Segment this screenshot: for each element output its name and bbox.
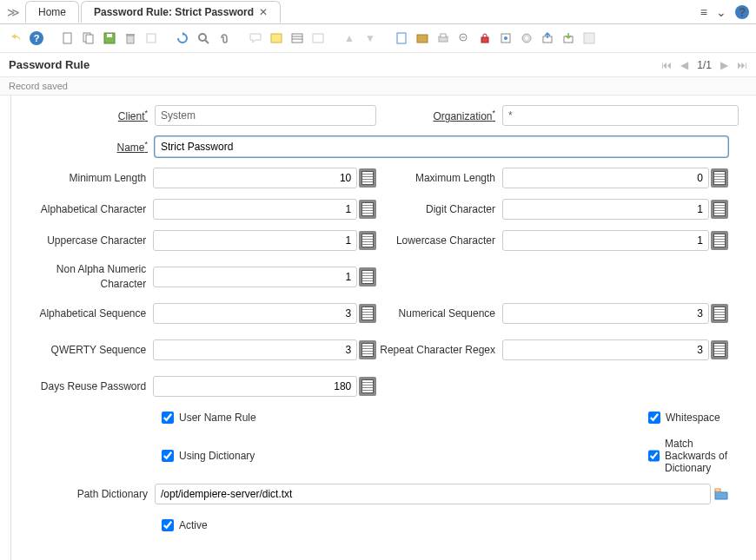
label-pathdict: Path Dictionary bbox=[29, 488, 155, 500]
folder-icon[interactable] bbox=[713, 485, 730, 503]
customize-icon[interactable] bbox=[580, 30, 598, 47]
active-label: Active bbox=[179, 519, 208, 531]
form: Client* Organization* Name* Minimum Leng… bbox=[10, 96, 756, 560]
refresh-icon[interactable] bbox=[174, 30, 191, 47]
svg-rect-0 bbox=[63, 33, 71, 43]
calculator-icon[interactable] bbox=[359, 168, 376, 188]
undo-icon[interactable] bbox=[7, 30, 24, 47]
save-icon[interactable] bbox=[101, 30, 118, 47]
label-reuse: Days Reuse Password bbox=[29, 380, 153, 392]
using-dictionary-label: Using Dictionary bbox=[179, 450, 255, 462]
active-checkbox[interactable]: Active bbox=[162, 519, 208, 531]
grid-icon[interactable] bbox=[288, 30, 306, 47]
non-alpha-numeric-field[interactable] bbox=[153, 267, 357, 287]
report-icon[interactable] bbox=[393, 30, 410, 47]
whitespace-checkbox[interactable]: Whitespace bbox=[648, 412, 720, 424]
lock-icon[interactable] bbox=[476, 30, 494, 47]
calculator-icon[interactable] bbox=[711, 340, 728, 359]
calculator-icon[interactable] bbox=[711, 231, 728, 250]
history-icon[interactable] bbox=[309, 30, 327, 47]
header: Password Rule ⏮ ◀ 1/1 ▶ ⏭ bbox=[0, 53, 756, 76]
lowercase-character-field[interactable] bbox=[502, 230, 709, 251]
delete-icon[interactable] bbox=[122, 30, 139, 47]
label-lower: Lowercase Character bbox=[376, 234, 502, 247]
zoomout-icon[interactable] bbox=[455, 30, 473, 47]
archive-icon[interactable] bbox=[414, 30, 431, 47]
page-title: Password Rule bbox=[9, 58, 90, 71]
import-icon[interactable] bbox=[560, 30, 577, 47]
svg-rect-28 bbox=[584, 33, 594, 43]
help-icon[interactable]: ? bbox=[735, 5, 749, 19]
label-alpha: Alphabetical Character bbox=[29, 203, 153, 215]
client-field[interactable] bbox=[155, 105, 376, 126]
print-icon[interactable] bbox=[434, 30, 452, 47]
using-dictionary-checkbox[interactable]: Using Dictionary bbox=[162, 450, 255, 462]
calculator-icon[interactable] bbox=[359, 377, 376, 396]
attachment-icon[interactable] bbox=[216, 30, 233, 47]
alphabetical-sequence-field[interactable] bbox=[153, 303, 357, 324]
tab-home-label: Home bbox=[38, 6, 66, 18]
menu-icon[interactable]: ≡ bbox=[700, 5, 707, 19]
alphabetical-character-field[interactable] bbox=[153, 199, 357, 220]
last-record-icon[interactable]: ⏭ bbox=[737, 59, 747, 71]
name-field[interactable] bbox=[155, 136, 728, 157]
calculator-icon[interactable] bbox=[711, 304, 728, 323]
label-qwerty: QWERTY Sequence bbox=[29, 344, 153, 356]
days-reuse-password-field[interactable] bbox=[153, 376, 357, 397]
help-toolbar-icon[interactable]: ? bbox=[28, 30, 45, 47]
digit-character-field[interactable] bbox=[502, 199, 709, 220]
whitespace-label: Whitespace bbox=[666, 412, 720, 424]
tab-password-rule[interactable]: Password Rule: Strict Password ✕ bbox=[81, 1, 281, 23]
calculator-icon[interactable] bbox=[359, 267, 376, 287]
calculator-icon[interactable] bbox=[359, 200, 376, 219]
svg-rect-21 bbox=[481, 37, 488, 43]
minimum-length-field[interactable] bbox=[153, 168, 357, 188]
chevron-down-icon[interactable]: ⌄ bbox=[716, 5, 726, 19]
arrow-down-icon[interactable]: ▼ bbox=[361, 30, 379, 47]
repeat-character-field[interactable] bbox=[502, 339, 709, 360]
user-name-rule-label: User Name Rule bbox=[179, 412, 256, 424]
page-indicator: 1/1 bbox=[697, 59, 712, 71]
svg-rect-29 bbox=[715, 489, 720, 491]
new-icon[interactable] bbox=[59, 30, 76, 47]
search-icon[interactable] bbox=[195, 30, 212, 47]
svg-rect-2 bbox=[86, 35, 93, 43]
calculator-icon[interactable] bbox=[711, 168, 728, 188]
process-icon[interactable] bbox=[497, 30, 514, 47]
copy-icon[interactable] bbox=[80, 30, 97, 47]
match-backwards-checkbox[interactable]: Match Backwards of Dictionary bbox=[648, 438, 739, 474]
expand-icon[interactable]: ≫ bbox=[7, 5, 20, 19]
uppercase-character-field[interactable] bbox=[153, 230, 357, 251]
prev-record-icon[interactable]: ◀ bbox=[680, 59, 688, 71]
export-icon[interactable] bbox=[539, 30, 556, 47]
svg-rect-11 bbox=[292, 34, 302, 43]
svg-point-23 bbox=[504, 36, 507, 40]
chat-icon[interactable] bbox=[247, 30, 264, 47]
calculator-icon[interactable] bbox=[359, 304, 376, 323]
calculator-icon[interactable] bbox=[359, 231, 376, 250]
svg-rect-14 bbox=[313, 34, 323, 43]
calculator-icon[interactable] bbox=[711, 200, 728, 219]
numerical-sequence-field[interactable] bbox=[502, 303, 709, 324]
status-bar: Record saved bbox=[0, 76, 756, 96]
path-dictionary-field[interactable] bbox=[155, 484, 711, 504]
svg-rect-15 bbox=[397, 33, 406, 43]
calculator-icon[interactable] bbox=[359, 340, 376, 359]
svg-rect-5 bbox=[127, 36, 134, 43]
label-minlen: Minimum Length bbox=[29, 172, 153, 184]
first-record-icon[interactable]: ⏮ bbox=[661, 59, 672, 71]
svg-rect-10 bbox=[271, 34, 282, 43]
tab-home[interactable]: Home bbox=[25, 1, 79, 23]
copyrecord-icon[interactable] bbox=[143, 30, 160, 47]
gear-icon[interactable] bbox=[518, 30, 535, 47]
organization-field[interactable] bbox=[502, 105, 739, 126]
next-record-icon[interactable]: ▶ bbox=[720, 59, 728, 71]
close-icon[interactable]: ✕ bbox=[259, 6, 268, 18]
note-icon[interactable] bbox=[268, 30, 285, 47]
user-name-rule-checkbox[interactable]: User Name Rule bbox=[162, 412, 256, 424]
arrow-up-icon[interactable]: ▲ bbox=[341, 30, 358, 47]
svg-point-8 bbox=[199, 34, 206, 41]
qwerty-sequence-field[interactable] bbox=[153, 339, 357, 360]
label-alphaseq: Alphabetical Sequence bbox=[29, 307, 153, 320]
maximum-length-field[interactable] bbox=[502, 168, 709, 188]
